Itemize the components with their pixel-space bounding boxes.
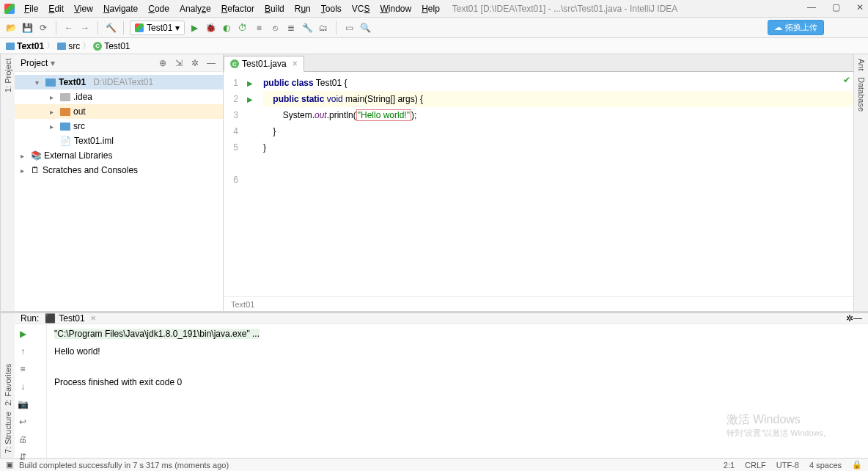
side-tab-ant[interactable]: Ant: [857, 59, 866, 71]
menu-code[interactable]: Code: [143, 2, 174, 15]
menu-vcs[interactable]: VCS: [347, 2, 375, 15]
panel-icon[interactable]: ▭: [342, 21, 356, 34]
console-command: "C:\Program Files\Java\jdk1.8.0_191\bin\…: [54, 329, 260, 339]
panel-toggle-icon[interactable]: ▣: [6, 460, 13, 470]
run-line-icon[interactable]: ▶: [247, 79, 253, 87]
status-indent[interactable]: 4 spaces: [809, 461, 842, 470]
stop-icon[interactable]: ■: [252, 21, 265, 34]
open-icon[interactable]: 📂: [4, 21, 18, 34]
save-icon[interactable]: 💾: [21, 21, 34, 34]
up-icon[interactable]: ↑: [16, 345, 29, 358]
tree-project-root[interactable]: ▾Text01D:\IDEA\Text01: [15, 75, 223, 90]
tree-external-libs[interactable]: ▸External Libraries: [15, 148, 223, 163]
menu-build[interactable]: Build: [260, 2, 290, 15]
wrench-icon[interactable]: 🔧: [301, 21, 314, 34]
run-title: Run:: [21, 313, 39, 324]
forward-icon[interactable]: →: [78, 21, 92, 34]
menu-analyze[interactable]: Analyze: [174, 2, 216, 15]
tree-scratches[interactable]: ▸🗒Scratches and Consoles: [15, 163, 223, 178]
search-icon[interactable]: 🔍: [358, 21, 372, 34]
target-icon[interactable]: ⊕: [157, 57, 169, 69]
debug-icon[interactable]: 🐞: [204, 21, 217, 34]
menu-edit[interactable]: Edit: [43, 2, 69, 15]
minimize-icon[interactable]: —: [807, 2, 816, 12]
menu-help[interactable]: Help: [416, 2, 445, 15]
coverage-icon[interactable]: ◐: [220, 21, 233, 34]
console-output[interactable]: "C:\Program Files\Java\jdk1.8.0_191\bin\…: [47, 324, 868, 471]
run-line-icon[interactable]: ▶: [247, 95, 253, 103]
status-encoding[interactable]: UTF-8: [776, 461, 799, 470]
right-tool-rail: Ant Database: [853, 54, 868, 311]
folder-icon: [60, 123, 70, 131]
camera-icon[interactable]: 📷: [16, 398, 29, 411]
editor-tab[interactable]: C Test01.java ×: [224, 56, 304, 72]
side-tab-database[interactable]: Database: [857, 77, 866, 112]
side-tab-favorites[interactable]: 2: Favorites: [4, 364, 12, 406]
run-toolbar: ▶ ↑ ≡ ↓ 📷 ↩ 🖨 ⇵ ■ 🗑: [15, 324, 47, 471]
folder-icon: [60, 108, 70, 116]
tree-iml-file[interactable]: 📄Text01.iml: [15, 134, 223, 148]
print-icon[interactable]: 🖨: [16, 433, 29, 446]
profile-icon[interactable]: ⏱: [236, 21, 249, 34]
separator: [98, 21, 98, 34]
sync-icon[interactable]: ⟳: [37, 21, 50, 34]
close-tab-icon[interactable]: ×: [293, 59, 298, 69]
console-line: Hello world!: [54, 346, 861, 357]
gear-icon[interactable]: ✲: [189, 57, 201, 69]
wrap-icon[interactable]: ↩: [16, 415, 29, 428]
upload-button[interactable]: ☁ 拓换上传: [768, 20, 824, 35]
status-message: Build completed successfully in 7 s 317 …: [19, 461, 229, 470]
scratch-icon: 🗒: [31, 165, 40, 175]
chevron-right-icon: ▸: [21, 167, 28, 175]
breadcrumb-project[interactable]: Text01: [6, 41, 44, 51]
run-tab[interactable]: ⬛Test01×: [45, 313, 95, 324]
editor-area: C Test01.java × 123456 ▶ ▶ public class …: [224, 54, 853, 311]
menu-bar: File Edit View Navigate Code Analyze Ref…: [0, 0, 868, 18]
tab-label: Test01.java: [242, 59, 287, 69]
close-icon[interactable]: ✕: [856, 2, 864, 12]
menu-window[interactable]: Window: [375, 2, 416, 15]
side-tab-structure[interactable]: 7: Structure: [4, 412, 12, 453]
run-icon[interactable]: ▶: [188, 21, 201, 34]
rerun-icon[interactable]: ▶: [16, 327, 29, 340]
hide-icon[interactable]: —: [853, 313, 862, 324]
menu-run[interactable]: Run: [290, 2, 316, 15]
run-panel: Run: ⬛Test01× ✲ — ▶ ↑ ≡ ↓ 📷 ↩ 🖨 ⇵ ■ 🗑 "C…: [15, 313, 868, 458]
gear-icon[interactable]: ✲: [846, 313, 853, 324]
code-content[interactable]: public class Test01 { public static void…: [257, 72, 853, 296]
menu-refactor[interactable]: Refactor: [216, 2, 260, 15]
maximize-icon[interactable]: ▢: [832, 2, 840, 12]
breadcrumb-src[interactable]: src: [57, 41, 80, 51]
attach-icon[interactable]: ⎋: [268, 21, 282, 34]
status-eol[interactable]: CRLF: [745, 461, 766, 470]
expand-icon[interactable]: ⇲: [173, 57, 185, 69]
tree-src-folder[interactable]: ▸src: [15, 119, 223, 134]
run-gutter: ▶ ▶: [243, 72, 257, 296]
status-caret-pos[interactable]: 2:1: [724, 461, 735, 470]
folder-icon: [57, 43, 66, 50]
chevron-right-icon: ▸: [50, 108, 57, 116]
menu-view[interactable]: View: [69, 2, 98, 15]
build-icon[interactable]: 🔨: [104, 21, 117, 34]
menu-tools[interactable]: Tools: [316, 2, 347, 15]
chevron-down-icon[interactable]: ▾: [51, 58, 55, 68]
down-icon[interactable]: ↓: [16, 380, 29, 393]
menu-file[interactable]: File: [19, 2, 43, 15]
side-tab-project[interactable]: 1: Project: [4, 59, 12, 92]
editor-tabbar: C Test01.java ×: [224, 54, 853, 72]
menu-navigate[interactable]: Navigate: [98, 2, 143, 15]
editor-body[interactable]: 123456 ▶ ▶ public class Test01 { public …: [224, 72, 853, 296]
tree-idea-folder[interactable]: ▸.idea: [15, 90, 223, 104]
breadcrumb-file[interactable]: CTest01: [93, 41, 130, 51]
gear-icon[interactable]: ≡: [16, 362, 29, 376]
bottom-panel: 7: Structure 2: Favorites Run: ⬛Test01× …: [0, 311, 868, 458]
lock-icon[interactable]: 🔒: [852, 460, 862, 470]
hide-icon[interactable]: —: [205, 57, 217, 69]
stack-icon[interactable]: ≣: [284, 21, 298, 34]
structure-icon[interactable]: 🗂: [317, 21, 330, 34]
window-title: Text01 [D:\IDEA\Text01] - ...\src\Test01…: [452, 4, 677, 14]
run-config-select[interactable]: Test01 ▾: [130, 21, 185, 35]
close-icon[interactable]: ×: [91, 313, 96, 324]
back-icon[interactable]: ←: [62, 21, 76, 34]
tree-out-folder[interactable]: ▸out: [15, 104, 223, 119]
